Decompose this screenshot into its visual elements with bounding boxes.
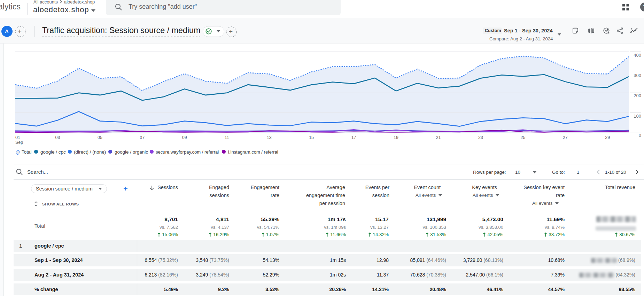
svg-text:Sep: Sep	[15, 140, 23, 145]
svg-text:27: 27	[563, 135, 568, 140]
svg-text:200: 200	[634, 93, 641, 98]
svg-text:25: 25	[520, 135, 525, 140]
svg-text:19: 19	[394, 135, 398, 140]
svg-text:0: 0	[639, 133, 641, 138]
svg-text:09: 09	[182, 135, 187, 140]
svg-text:05: 05	[98, 135, 102, 140]
svg-text:03: 03	[55, 135, 60, 140]
svg-text:29: 29	[605, 135, 610, 140]
svg-text:11: 11	[225, 135, 229, 140]
svg-text:100: 100	[634, 114, 641, 119]
svg-text:17: 17	[351, 135, 356, 140]
svg-text:23: 23	[478, 135, 483, 140]
svg-text:300: 300	[634, 73, 641, 78]
svg-text:07: 07	[140, 135, 145, 140]
svg-text:01: 01	[15, 135, 20, 140]
svg-text:400: 400	[634, 53, 641, 58]
svg-text:13: 13	[267, 135, 272, 140]
svg-text:15: 15	[309, 135, 314, 140]
svg-text:21: 21	[436, 135, 441, 140]
